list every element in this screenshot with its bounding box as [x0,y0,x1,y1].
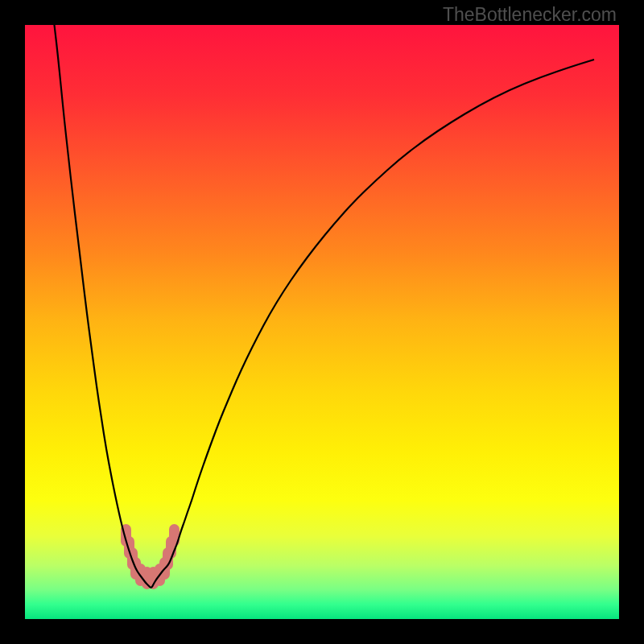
watermark-text: TheBottlenecker.com [443,4,617,26]
frame: TheBottlenecker.com [0,0,644,644]
gradient-plot [25,25,619,619]
gradient-rect [25,25,619,619]
